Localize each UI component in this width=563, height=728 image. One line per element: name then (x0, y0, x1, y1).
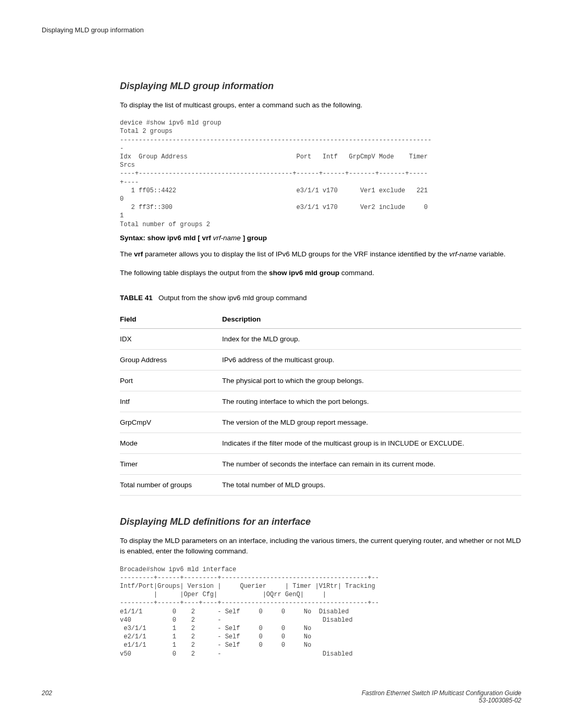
footer-title: FastIron Ethernet Switch IP Multicast Co… (362, 689, 521, 697)
section-heading-mld-group: Displaying MLD group information (120, 81, 521, 92)
table-row: Group Address IPv6 address of the multic… (120, 350, 521, 371)
page-number: 202 (42, 689, 52, 697)
cell-field: Intf (120, 391, 222, 412)
syntax-vrf: [ vrf (198, 234, 213, 242)
syntax-varname: vrf-name (213, 234, 241, 242)
section-heading-mld-interface: Displaying MLD definitions for an interf… (120, 516, 521, 527)
cell-desc: The total number of MLD groups. (222, 475, 521, 496)
cell-field: IDX (120, 329, 222, 350)
cell-field: Timer (120, 454, 222, 475)
cell-field: Port (120, 371, 222, 391)
cell-desc: Index for the MLD group. (222, 329, 521, 350)
cell-desc: The number of seconds the interface can … (222, 454, 521, 475)
th-desc: Description (222, 310, 521, 329)
footer-docnum: 53-1003085-02 (362, 697, 521, 704)
para-vrf: The vrf parameter allows you to display … (120, 249, 521, 260)
th-field: Field (120, 310, 222, 329)
table-row: Mode Indicates if the filter mode of the… (120, 433, 521, 454)
cell-desc: The version of the MLD group report mess… (222, 412, 521, 433)
cell-desc: The routing interface to which the port … (222, 391, 521, 412)
cli-output-mld-group: device #show ipv6 mld group Total 2 grou… (120, 119, 521, 228)
table-label: TABLE 41 (120, 294, 153, 302)
cli-output-mld-interface: Brocade#show ipv6 mld interface --------… (120, 565, 521, 658)
page-footer: 202 FastIron Ethernet Switch IP Multicas… (42, 689, 521, 704)
table-caption-text: Output from the show ipv6 mld group comm… (158, 294, 307, 302)
table-row: Intf The routing interface to which the … (120, 391, 521, 412)
output-table: Field Description IDX Index for the MLD … (120, 310, 521, 496)
cell-field: Mode (120, 433, 222, 454)
table-row: Total number of groups The total number … (120, 475, 521, 496)
para-table-intro: The following table displays the output … (120, 268, 521, 278)
table-row: GrpCmpV The version of the MLD group rep… (120, 412, 521, 433)
cell-desc: The physical port to which the group bel… (222, 371, 521, 391)
syntax-suffix: ] group (243, 234, 267, 242)
cell-field: Total number of groups (120, 475, 222, 496)
cell-desc: IPv6 address of the multicast group. (222, 350, 521, 371)
table-row: Port The physical port to which the grou… (120, 371, 521, 391)
section1-intro: To display the list of multicast groups,… (120, 100, 521, 110)
syntax-line: Syntax: show ipv6 mld [ vrf vrf-name ] g… (120, 234, 521, 242)
cell-field: GrpCmpV (120, 412, 222, 433)
syntax-prefix: Syntax: show ipv6 mld (120, 234, 196, 242)
table-row: IDX Index for the MLD group. (120, 329, 521, 350)
section2-intro: To display the MLD parameters on an inte… (120, 536, 521, 557)
table-row: Timer The number of seconds the interfac… (120, 454, 521, 475)
running-header: Displaying MLD group information (42, 26, 521, 34)
cell-desc: Indicates if the filter mode of the mult… (222, 433, 521, 454)
table-caption: TABLE 41 Output from the show ipv6 mld g… (120, 294, 521, 302)
cell-field: Group Address (120, 350, 222, 371)
